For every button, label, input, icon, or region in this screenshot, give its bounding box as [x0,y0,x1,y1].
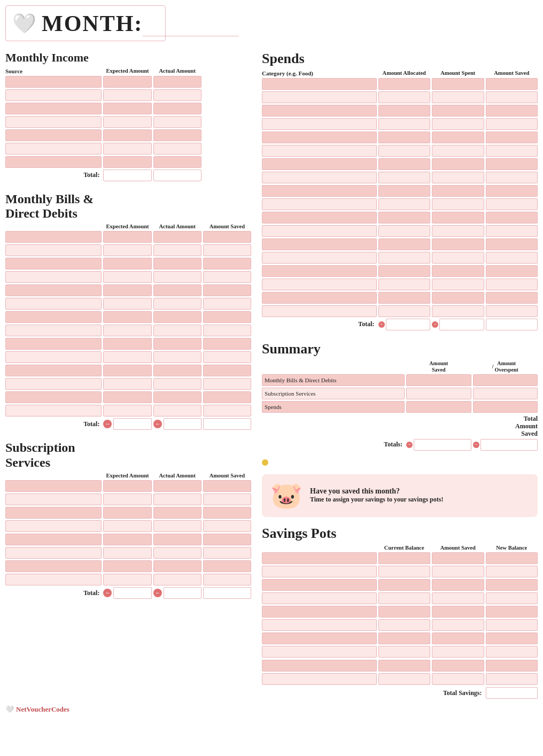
savings-total-value[interactable] [486,687,538,699]
bills-expected-10[interactable] [103,365,151,376]
spends-spent-15[interactable] [432,279,484,290]
bills-expected-11[interactable] [103,378,151,390]
subs-expected-6[interactable] [103,560,151,572]
bills-expected-4[interactable] [103,284,151,296]
income-expected-5[interactable] [103,143,151,155]
savings-blank2-current[interactable] [378,673,431,685]
subs-name-2[interactable] [5,507,102,519]
income-source-1[interactable] [5,89,102,101]
bills-total-saved[interactable] [203,418,251,430]
bills-saved-1[interactable] [203,244,251,256]
savings-name-2[interactable] [262,579,377,591]
spends-cat-2[interactable] [262,105,377,117]
bills-name-11[interactable] [5,378,102,390]
subs-actual-5[interactable] [153,547,201,559]
bills-actual-7[interactable] [153,325,201,336]
spends-saved-9[interactable] [486,198,538,210]
spends-saved-14[interactable] [486,265,538,277]
income-actual-1[interactable] [153,89,201,101]
bills-name-8[interactable] [5,338,102,350]
spends-alloc-14[interactable] [378,265,431,277]
savings-blank2-new[interactable] [486,673,538,685]
savings-new-7[interactable] [486,646,538,658]
spends-cat-10[interactable] [262,212,377,223]
subs-total-actual[interactable] [164,587,201,599]
bills-name-4[interactable] [5,284,102,296]
spends-saved-0[interactable] [486,78,538,90]
savings-new-2[interactable] [486,579,538,591]
spends-cat-12[interactable] [262,238,377,250]
savings-saved-2[interactable] [432,579,484,591]
subs-saved-6[interactable] [203,560,251,572]
savings-current-0[interactable] [378,552,431,564]
bills-name-13[interactable] [5,405,102,416]
bills-total-expected[interactable] [113,418,151,430]
spends-saved-11[interactable] [486,225,538,237]
bills-name-12[interactable] [5,391,102,403]
subs-actual-6[interactable] [153,560,201,572]
spends-spent-6[interactable] [432,158,484,170]
bills-name-0[interactable] [5,231,102,243]
subs-name-6[interactable] [5,560,102,572]
savings-blank-saved[interactable] [432,660,484,672]
spends-saved-2[interactable] [486,105,538,117]
spends-spent-8[interactable] [432,185,484,197]
subs-expected-4[interactable] [103,534,151,545]
savings-name-4[interactable] [262,606,377,618]
income-total-expected[interactable] [103,169,151,181]
subs-saved-4[interactable] [203,534,251,545]
summary-overspent-0[interactable] [473,374,538,386]
spends-spent-2[interactable] [432,105,484,117]
bills-saved-2[interactable] [203,258,251,269]
spends-cat-14[interactable] [262,265,377,277]
spends-alloc-1[interactable] [378,91,431,103]
bills-name-5[interactable] [5,298,102,310]
spends-cat-6[interactable] [262,158,377,170]
income-actual-2[interactable] [153,103,201,114]
income-source-2[interactable] [5,103,102,114]
spends-saved-3[interactable] [486,118,538,130]
spends-saved-4[interactable] [486,132,538,143]
bills-saved-5[interactable] [203,298,251,310]
spends-saved-13[interactable] [486,252,538,264]
spends-spent-11[interactable] [432,225,484,237]
spends-alloc-8[interactable] [378,185,431,197]
bills-expected-5[interactable] [103,298,151,310]
spends-spent-10[interactable] [432,212,484,223]
bills-name-1[interactable] [5,244,102,256]
spends-alloc-2[interactable] [378,105,431,117]
bills-saved-11[interactable] [203,378,251,390]
summary-overspent-2[interactable] [473,401,538,413]
bills-saved-3[interactable] [203,271,251,283]
spends-saved-15[interactable] [486,279,538,290]
spends-cat-16[interactable] [262,292,377,304]
bills-actual-2[interactable] [153,258,201,269]
income-source-5[interactable] [5,143,102,155]
spends-spent-14[interactable] [432,265,484,277]
spends-alloc-9[interactable] [378,198,431,210]
bills-saved-0[interactable] [203,231,251,243]
spends-alloc-17[interactable] [378,305,431,317]
bills-saved-8[interactable] [203,338,251,350]
spends-alloc-4[interactable] [378,132,431,143]
bills-expected-0[interactable] [103,231,151,243]
bills-actual-12[interactable] [153,391,201,403]
summary-totals-saved[interactable] [414,439,471,451]
spends-alloc-15[interactable] [378,279,431,290]
subs-actual-2[interactable] [153,507,201,519]
savings-current-5[interactable] [378,619,431,631]
spends-cat-0[interactable] [262,78,377,90]
income-expected-6[interactable] [103,156,151,168]
bills-expected-9[interactable] [103,351,151,363]
income-expected-4[interactable] [103,129,151,141]
savings-name-0[interactable] [262,552,377,564]
savings-current-7[interactable] [378,646,431,658]
bills-expected-3[interactable] [103,271,151,283]
spends-alloc-5[interactable] [378,145,431,157]
spends-alloc-16[interactable] [378,292,431,304]
spends-spent-3[interactable] [432,118,484,130]
spends-spent-1[interactable] [432,91,484,103]
savings-saved-6[interactable] [432,632,484,644]
savings-name-1[interactable] [262,566,377,577]
bills-saved-7[interactable] [203,325,251,336]
